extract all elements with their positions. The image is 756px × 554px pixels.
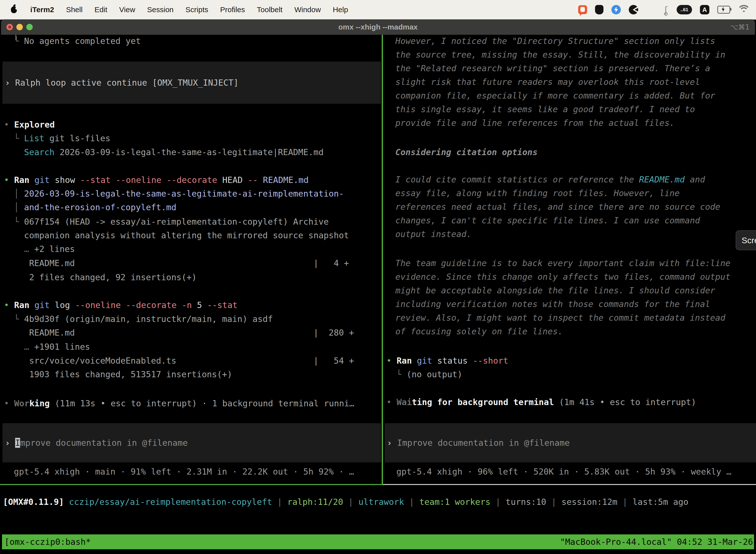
right-model-status: gpt-5.4 xhigh · 96% left · 520K in · 5.8…: [396, 464, 732, 479]
apple-icon[interactable]: [11, 6, 17, 13]
explored-list: └ List git ls-files: [14, 131, 110, 146]
more-lines-2: … +1901 lines: [14, 340, 90, 354]
reasoning-p3: review. Also, I might want to inspect th…: [395, 311, 726, 325]
no-output-line: └ (no output): [396, 367, 462, 382]
left-model-status: gpt-5.4 xhigh · main · 91% left · 2.31M …: [14, 464, 354, 479]
more-lines: … +2 lines: [14, 242, 75, 256]
right-pane-bottom-border: [383, 484, 756, 485]
menu-item-0[interactable]: Shell: [66, 5, 82, 14]
reasoning-p2: essay file, along with finding root file…: [395, 186, 680, 200]
omx-status-line: [OMX#0.11.9] cczip/essay/ai-reimplementa…: [3, 495, 689, 509]
reasoning-p3: including verification notes with those …: [395, 297, 710, 311]
reasoning-heading: Considering citation options: [395, 145, 538, 159]
explored-header: • Explored: [4, 117, 55, 132]
screen-tooltip: Scre: [736, 230, 756, 250]
reasoning-p1: provide file and line references from th…: [395, 116, 675, 130]
menu-item-1[interactable]: Edit: [94, 5, 107, 14]
menu-item-5[interactable]: Profiles: [220, 5, 245, 14]
menu-item-8[interactable]: Help: [333, 5, 348, 14]
reasoning-p2: I could cite commit statistics or refere…: [395, 172, 705, 187]
explored-search: Search 2026-03-09-is-legal-the-same-as-l…: [14, 145, 324, 159]
dots-grid-icon[interactable]: [646, 5, 655, 14]
menu-item-list: ShellEditViewSessionScriptsProfilesToolb…: [66, 5, 348, 14]
reasoning-p1: companion file, especially if more comme…: [395, 88, 715, 103]
working-status: • Working (11m 13s • esc to interrupt) ·…: [4, 396, 354, 410]
reasoning-p3: evidence. Since this change only affects…: [395, 270, 731, 284]
menu-items: iTerm2 ShellEditViewSessionScriptsProfil…: [11, 5, 348, 14]
menu-item-app[interactable]: iTerm2: [30, 5, 54, 14]
stat-summary-2: 1903 files changed, 513517 insertions(+): [14, 367, 232, 382]
log-commit-line: └ 4b9d30f (origin/main, instructkr/main,…: [14, 312, 273, 326]
show-cont-2: │ and-the-erosion-of-copyleft.md: [14, 200, 176, 214]
menu-item-6[interactable]: Toolbelt: [257, 5, 282, 14]
menu-item-7[interactable]: Window: [295, 5, 321, 14]
shield-grid-icon[interactable]: [595, 5, 604, 14]
ran-git-show: • Ran git show --stat --oneline --decora…: [4, 173, 309, 187]
reasoning-p2: changes, I can't cite specific file line…: [395, 213, 700, 228]
waiting-status: • Waiting for background terminal (1m 41…: [386, 395, 696, 409]
compass-badge-icon[interactable]: [611, 5, 621, 14]
commit-line: └ 067f154 (HEAD -> essay/ai-reimplementa…: [14, 214, 329, 229]
stat-readme-280: README.md | 280 +: [14, 325, 354, 340]
reasoning-p1: the "Related research writing" section i…: [395, 61, 710, 75]
reasoning-p1: However, I noticed the "Directory Struct…: [395, 34, 715, 48]
menu-bar: iTerm2 ShellEditViewSessionScriptsProfil…: [0, 0, 756, 19]
reasoning-p2: references need actual files, and since …: [395, 200, 720, 214]
reasoning-p1: slight risk that future readers may over…: [395, 75, 700, 89]
window-title: omx --xhigh --madmax: [1, 19, 755, 35]
reasoning-p1: this single essay, it seems like a good …: [395, 102, 695, 116]
stat-src-voice: src/voice/voiceModeEnabled.ts | 54 +: [14, 353, 354, 368]
stat-summary-1: 2 files changed, 92 insertions(+): [14, 270, 197, 284]
left-prompt-input: › Improve documentation in @filename: [5, 436, 188, 450]
dark-circle-icon[interactable]: [629, 5, 638, 14]
no-agents-line: └ No agents completed yet: [14, 34, 141, 48]
ran-git-log: • Ran git log --oneline --decorate -n 5 …: [4, 298, 238, 312]
squiggle-icon[interactable]: ʃ: [663, 5, 669, 15]
pane-divider[interactable]: [382, 35, 383, 485]
letter-a-icon[interactable]: A: [700, 5, 709, 14]
reasoning-p3: The team guideline is to back every impo…: [395, 256, 731, 270]
wifi-icon[interactable]: [738, 5, 750, 14]
reasoning-p1: the source tree, missing the essay. Stil…: [395, 47, 726, 62]
screen-tooltip-label: Scre: [742, 235, 756, 245]
window-title-bar: omx --xhigh --madmax ⌥⌘1: [1, 19, 755, 35]
menu-item-4[interactable]: Scripts: [186, 5, 208, 14]
stat-readme-4: README.md | 4 +: [14, 256, 349, 270]
right-prompt-input: › Improve documentation in @filename: [387, 436, 570, 450]
screen: { "menubar": { "app": "iTerm2", "items":…: [0, 0, 756, 554]
commit-line-2: companion analysis without altering the …: [14, 228, 349, 242]
ran-git-status: • Ran git status --short: [386, 353, 508, 368]
menu-item-3[interactable]: Session: [147, 5, 174, 14]
chat-bubble-icon[interactable]: [578, 5, 587, 14]
window-shortcut-badge: ⌥⌘1: [730, 19, 750, 35]
reasoning-p3: might be acceptable alongside the file l…: [395, 283, 715, 297]
tmux-session-label: [omx-cczip0:bash*: [2, 537, 91, 547]
left-pane-bottom-border: [0, 484, 382, 485]
reasoning-p2: output instead.: [395, 227, 471, 241]
battery-icon[interactable]: [717, 6, 730, 14]
tmux-host-clock: "MacBook-Pro-44.local" 04:52 31-Mar-26: [560, 537, 754, 547]
show-cont-1: │ 2026-03-09-is-legal-the-same-as-legiti…: [14, 186, 344, 201]
reasoning-p3: of focusing solely on file lines.: [395, 324, 563, 339]
menubar-status-icons: ʃ ..61 A: [578, 5, 756, 15]
ralph-loop-line: › Ralph loop active continue [OMX_TMUX_I…: [5, 75, 239, 90]
tmux-status-bar: [omx-cczip0:bash* "MacBook-Pro-44.local"…: [2, 535, 754, 549]
count-badge-icon[interactable]: ..61: [677, 5, 692, 14]
menu-item-2[interactable]: View: [119, 5, 135, 14]
